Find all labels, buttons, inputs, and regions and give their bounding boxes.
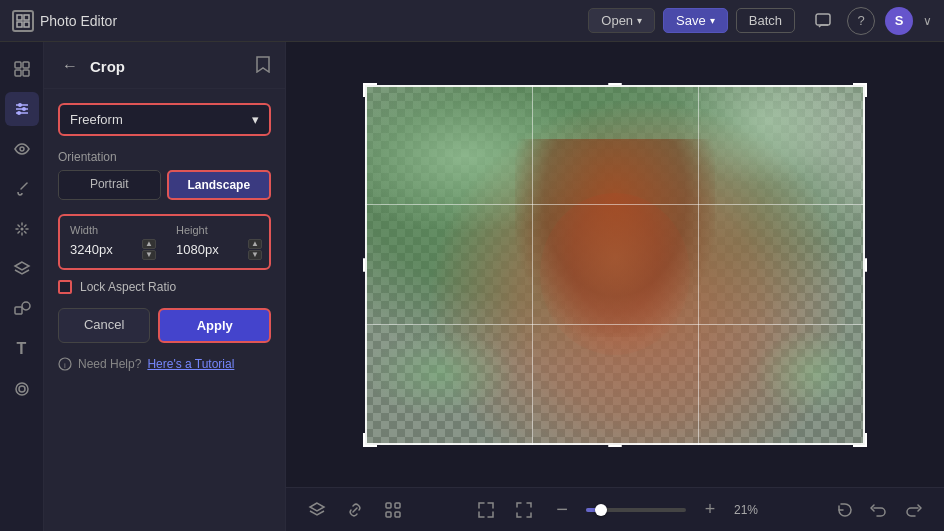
canvas-main[interactable] bbox=[286, 42, 944, 487]
lock-aspect-ratio-row: Lock Aspect Ratio bbox=[58, 280, 271, 294]
sidebar-item-text[interactable]: T bbox=[5, 332, 39, 366]
crop-handle-bottom-mid[interactable] bbox=[608, 445, 622, 447]
dimensions-row: Width ▲ ▼ Height ▲ bbox=[58, 214, 271, 270]
save-chevron-icon: ▾ bbox=[710, 15, 715, 26]
sidebar-item-grid[interactable] bbox=[5, 52, 39, 86]
zoom-slider-thumb[interactable] bbox=[595, 504, 607, 516]
bottom-left-tools bbox=[302, 495, 408, 525]
zoom-slider[interactable] bbox=[586, 508, 686, 512]
sidebar-item-layers[interactable] bbox=[5, 252, 39, 286]
link-tool-icon[interactable] bbox=[340, 495, 370, 525]
svg-rect-7 bbox=[15, 70, 21, 76]
svg-point-18 bbox=[22, 302, 30, 310]
iconbar: T bbox=[0, 42, 44, 531]
svg-rect-25 bbox=[386, 512, 391, 517]
lock-aspect-ratio-label: Lock Aspect Ratio bbox=[80, 280, 176, 294]
svg-rect-1 bbox=[24, 15, 29, 20]
help-row: i Need Help? Here's a Tutorial bbox=[58, 357, 271, 371]
back-button[interactable]: ← bbox=[58, 54, 82, 78]
topbar: Photo Editor Open ▾ Save ▾ Batch ? S ∨ bbox=[0, 0, 944, 42]
layers-tool-icon[interactable] bbox=[302, 495, 332, 525]
user-menu-chevron-icon[interactable]: ∨ bbox=[923, 14, 932, 28]
grid-tool-icon[interactable] bbox=[378, 495, 408, 525]
svg-rect-17 bbox=[15, 307, 22, 314]
lock-aspect-ratio-checkbox[interactable] bbox=[58, 280, 72, 294]
save-button[interactable]: Save ▾ bbox=[663, 8, 728, 33]
cancel-button[interactable]: Cancel bbox=[58, 308, 150, 343]
landscape-button[interactable]: Landscape bbox=[167, 170, 272, 200]
orientation-label: Orientation bbox=[58, 150, 271, 164]
svg-point-12 bbox=[22, 107, 26, 111]
height-spinners: ▲ ▼ bbox=[248, 239, 262, 260]
user-avatar[interactable]: S bbox=[885, 7, 913, 35]
crop-container[interactable] bbox=[365, 85, 865, 445]
action-buttons: Cancel Apply bbox=[58, 308, 271, 343]
undo-icon[interactable] bbox=[864, 495, 894, 525]
height-label: Height bbox=[176, 224, 262, 236]
portrait-button[interactable]: Portrait bbox=[58, 170, 161, 200]
width-increment-button[interactable]: ▲ bbox=[142, 239, 156, 249]
rotate-left-icon[interactable] bbox=[830, 495, 860, 525]
open-button[interactable]: Open ▾ bbox=[588, 8, 655, 33]
svg-point-20 bbox=[19, 386, 25, 392]
crop-panel: ← Crop Freeform ▾ Orientation Portrait L… bbox=[44, 42, 286, 531]
fit-to-content-button[interactable] bbox=[510, 496, 538, 524]
height-decrement-button[interactable]: ▼ bbox=[248, 250, 262, 260]
sidebar-item-effects[interactable] bbox=[5, 372, 39, 406]
crop-image bbox=[365, 85, 865, 445]
width-label: Width bbox=[70, 224, 156, 236]
open-chevron-icon: ▾ bbox=[637, 15, 642, 26]
width-group: Width ▲ ▼ bbox=[70, 224, 156, 260]
bottom-toolbar: − + 21% bbox=[286, 487, 944, 531]
app-logo: Photo Editor bbox=[12, 10, 117, 32]
svg-rect-3 bbox=[24, 22, 29, 27]
sidebar-item-shapes[interactable] bbox=[5, 292, 39, 326]
tutorial-link[interactable]: Here's a Tutorial bbox=[147, 357, 234, 371]
bookmark-icon[interactable] bbox=[255, 55, 271, 77]
redo-icon[interactable] bbox=[898, 495, 928, 525]
svg-point-15 bbox=[20, 147, 24, 151]
batch-button[interactable]: Batch bbox=[736, 8, 795, 33]
orientation-buttons: Portrait Landscape bbox=[58, 170, 271, 200]
main-area: T ← Crop Freeform ▾ bbox=[0, 42, 944, 531]
zoom-controls: − + 21% bbox=[472, 496, 766, 524]
svg-point-16 bbox=[20, 228, 23, 231]
fit-to-screen-button[interactable] bbox=[472, 496, 500, 524]
height-increment-button[interactable]: ▲ bbox=[248, 239, 262, 249]
svg-point-14 bbox=[17, 111, 21, 115]
panel-header: ← Crop bbox=[44, 42, 285, 89]
apply-button[interactable]: Apply bbox=[158, 308, 271, 343]
svg-rect-26 bbox=[395, 512, 400, 517]
svg-point-10 bbox=[18, 103, 22, 107]
svg-rect-2 bbox=[17, 22, 22, 27]
svg-rect-23 bbox=[386, 503, 391, 508]
zoom-percentage: 21% bbox=[734, 503, 766, 517]
width-decrement-button[interactable]: ▼ bbox=[142, 250, 156, 260]
svg-rect-0 bbox=[17, 15, 22, 20]
chat-icon[interactable] bbox=[809, 7, 837, 35]
svg-rect-6 bbox=[23, 62, 29, 68]
sidebar-item-adjustments[interactable] bbox=[5, 92, 39, 126]
panel-content: Freeform ▾ Orientation Portrait Landscap… bbox=[44, 89, 285, 385]
svg-point-19 bbox=[16, 383, 28, 395]
info-icon: i bbox=[58, 357, 72, 371]
sidebar-item-brush[interactable] bbox=[5, 172, 39, 206]
dropdown-chevron-icon: ▾ bbox=[252, 112, 259, 127]
height-group: Height ▲ ▼ bbox=[176, 224, 262, 260]
svg-rect-5 bbox=[15, 62, 21, 68]
height-input[interactable] bbox=[176, 242, 246, 257]
panel-title: Crop bbox=[90, 58, 247, 75]
svg-rect-4 bbox=[816, 14, 830, 25]
crop-handle-right-mid[interactable] bbox=[865, 258, 867, 272]
svg-text:i: i bbox=[64, 361, 66, 370]
sidebar-item-eye[interactable] bbox=[5, 132, 39, 166]
zoom-in-button[interactable]: + bbox=[696, 496, 724, 524]
svg-rect-24 bbox=[395, 503, 400, 508]
crop-mode-dropdown[interactable]: Freeform ▾ bbox=[58, 103, 271, 136]
width-input[interactable] bbox=[70, 242, 140, 257]
sidebar-item-wand[interactable] bbox=[5, 212, 39, 246]
help-text: Need Help? bbox=[78, 357, 141, 371]
bottom-right-tools bbox=[830, 495, 928, 525]
zoom-out-button[interactable]: − bbox=[548, 496, 576, 524]
help-icon[interactable]: ? bbox=[847, 7, 875, 35]
